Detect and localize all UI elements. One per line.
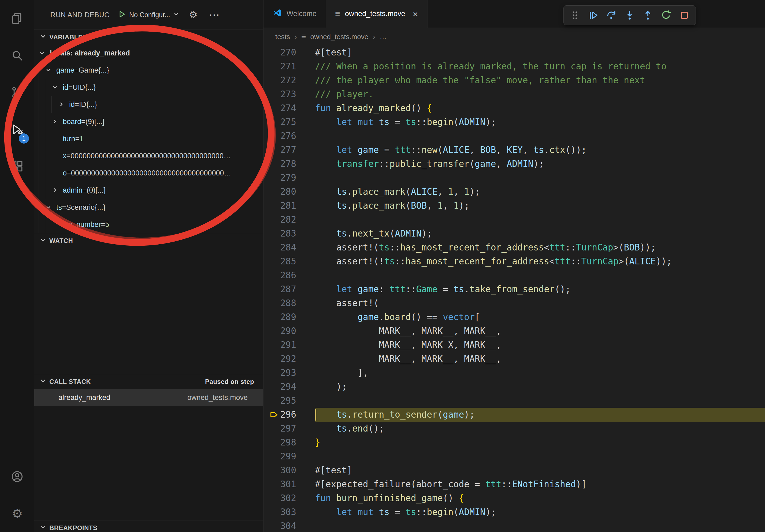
settings-gear-icon[interactable]: ⚙ xyxy=(0,495,34,532)
breadcrumb-item[interactable]: tests xyxy=(275,33,290,41)
code-line-291[interactable]: 291 MARK__, MARK_X, MARK__, xyxy=(264,338,765,352)
tab-owned-tests-move[interactable]: ≡owned_tests.move× xyxy=(326,0,427,28)
variable-row[interactable]: locals: already_marked xyxy=(34,45,263,62)
debug-config-picker[interactable]: No Configur... xyxy=(117,10,180,20)
code-line-275[interactable]: 275 let mut ts = ts::begin(ADMIN); xyxy=(264,115,765,129)
source-control-icon[interactable] xyxy=(0,74,34,111)
line-number[interactable]: 293 xyxy=(264,366,315,380)
code-line-304[interactable]: 304 xyxy=(264,519,765,532)
line-number[interactable]: 295 xyxy=(264,394,315,408)
code-editor[interactable]: 270#[test]271/// When a position is alre… xyxy=(264,46,765,532)
variable-row[interactable]: turn = 1 xyxy=(34,130,263,147)
line-number[interactable]: 282 xyxy=(264,213,315,227)
variable-row[interactable]: id = ID{...} xyxy=(34,96,263,113)
run-and-debug-icon[interactable]: 1 xyxy=(0,111,34,148)
code-line-284[interactable]: 284 assert!(ts::has_most_recent_for_addr… xyxy=(264,241,765,254)
line-number[interactable]: 276 xyxy=(264,129,315,143)
code-line-300[interactable]: 300#[test] xyxy=(264,463,765,477)
line-number[interactable]: 273 xyxy=(264,87,315,101)
restart-icon[interactable] xyxy=(658,7,674,23)
code-line-296[interactable]: 296 ts.return_to_sender(game); xyxy=(264,408,765,421)
code-line-281[interactable]: 281 ts.place_mark(BOB, 1, 1); xyxy=(264,199,765,213)
variable-row[interactable]: id = UID{...} xyxy=(34,79,263,96)
watch-section-header[interactable]: WATCH xyxy=(34,233,263,248)
line-number[interactable]: 278 xyxy=(264,157,315,171)
code-line-297[interactable]: 297 ts.end(); xyxy=(264,421,765,435)
line-number[interactable]: 279 xyxy=(264,171,315,185)
chevron-right-icon[interactable] xyxy=(51,118,63,125)
code-line-273[interactable]: 273/// player. xyxy=(264,87,765,101)
code-line-283[interactable]: 283 ts.next_tx(ADMIN); xyxy=(264,227,765,241)
line-number[interactable]: 291 xyxy=(264,338,315,352)
variable-row[interactable]: admin = (0)[...] xyxy=(34,182,263,199)
code-line-280[interactable]: 280 ts.place_mark(ALICE, 1, 1); xyxy=(264,185,765,199)
code-line-294[interactable]: 294 ); xyxy=(264,380,765,394)
code-line-288[interactable]: 288 assert!( xyxy=(264,296,765,310)
line-number[interactable]: 294 xyxy=(264,380,315,394)
line-number[interactable]: 289 xyxy=(264,310,315,324)
drag-grip-icon[interactable] xyxy=(567,7,583,23)
tab-welcome[interactable]: Welcome xyxy=(264,0,326,28)
line-number[interactable]: 300 xyxy=(264,463,315,477)
variable-row[interactable]: x = 000000000000000000000000000000000000… xyxy=(34,147,263,164)
line-number[interactable]: 290 xyxy=(264,324,315,338)
code-line-285[interactable]: 285 assert!(!ts::has_most_recent_for_add… xyxy=(264,254,765,268)
code-line-303[interactable]: 303 let mut ts = ts::begin(ADMIN); xyxy=(264,505,765,519)
code-line-301[interactable]: 301#[expected_failure(abort_code = ttt::… xyxy=(264,477,765,491)
line-number[interactable]: 287 xyxy=(264,282,315,296)
code-line-287[interactable]: 287 let game: ttt::Game = ts.take_from_s… xyxy=(264,282,765,296)
code-line-282[interactable]: 282 xyxy=(264,213,765,227)
code-line-298[interactable]: 298} xyxy=(264,435,765,449)
line-number[interactable]: 281 xyxy=(264,199,315,213)
line-number[interactable]: 272 xyxy=(264,73,315,87)
line-number[interactable]: 296 xyxy=(264,408,315,421)
line-number[interactable]: 285 xyxy=(264,254,315,268)
extensions-icon[interactable] xyxy=(0,148,34,185)
variable-row[interactable]: game = Game{...} xyxy=(34,62,263,79)
code-line-278[interactable]: 278 transfer::public_transfer(game, ADMI… xyxy=(264,157,765,171)
code-line-286[interactable]: 286 xyxy=(264,268,765,282)
search-icon[interactable] xyxy=(0,37,34,74)
line-number[interactable]: 302 xyxy=(264,491,315,505)
line-number[interactable]: 275 xyxy=(264,115,315,129)
line-number[interactable]: 301 xyxy=(264,477,315,491)
code-line-295[interactable]: 295 xyxy=(264,394,765,408)
line-number[interactable]: 280 xyxy=(264,185,315,199)
code-line-272[interactable]: 272/// the player who made the "false" m… xyxy=(264,73,765,87)
breakpoints-section-header[interactable]: BREAKPOINTS xyxy=(34,520,263,532)
line-number[interactable]: 274 xyxy=(264,101,315,115)
line-number[interactable]: 286 xyxy=(264,268,315,282)
continue-icon[interactable] xyxy=(585,7,601,23)
line-number[interactable]: 299 xyxy=(264,449,315,463)
line-number[interactable]: 270 xyxy=(264,46,315,60)
code-line-271[interactable]: 271/// When a position is already marked… xyxy=(264,60,765,73)
code-line-290[interactable]: 290 MARK__, MARK__, MARK__, xyxy=(264,324,765,338)
call-stack-section-header[interactable]: CALL STACK Paused on step xyxy=(34,374,263,389)
chevron-down-icon[interactable] xyxy=(39,50,50,57)
line-number[interactable]: 303 xyxy=(264,505,315,519)
step-out-icon[interactable] xyxy=(640,7,656,23)
code-line-299[interactable]: 299 xyxy=(264,449,765,463)
line-number[interactable]: 277 xyxy=(264,143,315,157)
chevron-right-icon[interactable] xyxy=(51,187,63,194)
code-line-277[interactable]: 277 let game = ttt::new(ALICE, BOB, KEY,… xyxy=(264,143,765,157)
variable-row[interactable]: board = (9)[...] xyxy=(34,113,263,130)
line-number[interactable]: 304 xyxy=(264,519,315,532)
line-number[interactable]: 292 xyxy=(264,352,315,366)
code-line-302[interactable]: 302fun burn_unfinished_game() { xyxy=(264,491,765,505)
stop-icon[interactable] xyxy=(676,7,692,23)
step-into-icon[interactable] xyxy=(622,7,638,23)
code-line-274[interactable]: 274fun already_marked() { xyxy=(264,101,765,115)
line-number[interactable]: 283 xyxy=(264,227,315,241)
chevron-down-icon[interactable] xyxy=(45,204,56,211)
code-line-289[interactable]: 289 game.board() == vector[ xyxy=(264,310,765,324)
line-number[interactable]: 298 xyxy=(264,435,315,449)
account-icon[interactable] xyxy=(0,458,34,495)
variable-row[interactable]: ts = Scenario{...} xyxy=(34,199,263,216)
line-number[interactable]: 271 xyxy=(264,60,315,73)
chevron-down-icon[interactable] xyxy=(45,67,56,74)
breadcrumb-item[interactable]: … xyxy=(380,33,386,41)
code-line-279[interactable]: 279 xyxy=(264,171,765,185)
line-number[interactable]: 297 xyxy=(264,421,315,435)
chevron-right-icon[interactable] xyxy=(58,101,69,108)
